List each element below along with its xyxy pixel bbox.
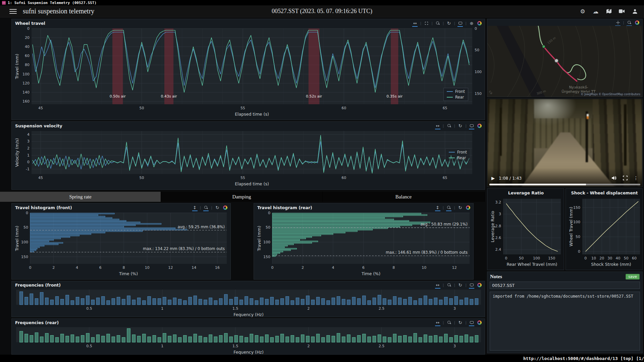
cloud-upload-icon[interactable]: ☁	[592, 8, 599, 15]
reset-icon[interactable]: ↻	[458, 123, 463, 128]
pan-icon[interactable]: ↔	[435, 282, 440, 288]
x-tick-label: 14	[192, 265, 196, 270]
frequencies-rear-chart[interactable]: 0.511.522.53Fequency (Hz)	[13, 326, 484, 354]
toolbar-separator: |	[465, 124, 467, 128]
hamburger-menu-icon[interactable]	[9, 9, 17, 14]
legend-item-rear[interactable]: Rear	[447, 95, 465, 100]
suspension-velocity-title: Suspension velocity	[15, 123, 62, 128]
y-tick-label: 150	[258, 255, 270, 259]
dashboard-main: Wheel travel ↔|||↻||⊕ 0.50s air0.43s air…	[0, 17, 644, 355]
reset-icon[interactable]: ↻	[458, 205, 463, 210]
vpan-icon[interactable]: ↕	[435, 205, 440, 210]
bokeh-logo-icon[interactable]	[634, 20, 640, 25]
travel-histogram-rear-chart[interactable]: avg.: 50.83 mm (29.1%)max.: 146.61 mm (8…	[255, 212, 472, 278]
vpan-icon[interactable]: ↕	[192, 205, 198, 210]
legend-item-rear[interactable]: Rear	[449, 156, 467, 160]
user-icon[interactable]	[631, 8, 639, 15]
save-button[interactable]: save	[626, 274, 640, 280]
x-tick-label: 2.5	[379, 306, 385, 311]
frequencies-front-chart[interactable]: 0.511.522.53Fequency (Hz)	[13, 289, 484, 316]
wheel-zoom-icon[interactable]	[435, 20, 440, 26]
trail-map[interactable]: 150 m 300 m ca Nyakaskő- Ürgehegy Helyi …	[487, 26, 642, 97]
move-icon[interactable]	[615, 20, 621, 25]
reset-icon[interactable]: ↻	[215, 205, 220, 210]
wheel-zoom-icon[interactable]	[627, 20, 632, 25]
map-place-label-1: Nyakaskő-	[569, 85, 588, 89]
toolbar-separator: |	[454, 320, 455, 325]
wheel-travel-chart[interactable]: 0.50s air0.43s air0.52s air0.35s air4550…	[13, 27, 484, 118]
bokeh-logo-icon[interactable]	[477, 320, 482, 325]
air-time-label: 0.52s air	[306, 94, 322, 99]
reset-icon[interactable]: ↻	[458, 320, 463, 325]
shock-wheel-chart[interactable]: 0102030405060050100150Shock Stroke (mm)W…	[567, 197, 641, 268]
legend-label: Rear	[455, 95, 464, 100]
volume-icon[interactable]	[611, 176, 617, 180]
right-y-tick-label: 0	[475, 26, 477, 31]
reset-icon[interactable]: ↻	[458, 282, 463, 288]
x-tick-label: 16	[215, 265, 220, 270]
frequencies-front-title: Frequencies (front)	[15, 283, 61, 288]
tab-balance[interactable]: Balance	[323, 192, 485, 202]
chart-legend[interactable]: FrontRear	[445, 148, 470, 162]
window-icon: sst	[2, 1, 6, 5]
map-icon[interactable]	[605, 8, 612, 15]
pan-icon[interactable]: ↔	[435, 123, 440, 128]
video-player[interactable]: ▶ 1:08 / 1:43 ⋮	[487, 99, 643, 187]
x-axis-title: Elapsed time (s)	[235, 181, 269, 186]
reset-icon[interactable]: ↻	[446, 20, 452, 26]
pan-icon[interactable]: ↔	[412, 20, 418, 26]
video-camera-icon[interactable]	[618, 8, 626, 15]
chart-legend[interactable]: FrontRear	[443, 88, 468, 101]
y-axis-title: Velocity (m/s)	[14, 138, 19, 167]
wheel-zoom-icon[interactable]	[446, 320, 452, 325]
video-progress-bar[interactable]	[489, 184, 640, 185]
hover-icon[interactable]	[458, 20, 463, 26]
wheel-zoom-icon[interactable]	[203, 205, 209, 210]
suspension-velocity-chart[interactable]: 455055606543210-1Elapsed time (s)Velocit…	[13, 130, 484, 188]
hover-icon[interactable]	[469, 123, 474, 128]
hover-icon[interactable]	[469, 282, 474, 288]
bokeh-logo-icon[interactable]	[222, 205, 228, 210]
video-progress-fill	[489, 184, 586, 185]
x-axis-title: Time (%)	[362, 271, 380, 276]
session-name-input[interactable]	[490, 282, 640, 289]
hover-icon[interactable]	[469, 320, 474, 325]
bokeh-logo-icon[interactable]	[477, 20, 482, 26]
wheel-zoom-icon[interactable]	[446, 205, 451, 210]
toolbar-separator: |	[454, 124, 455, 128]
x-tick-label: 3	[453, 344, 456, 348]
leverage-ratio-chart[interactable]: 0501001502.42.62.833.2Rear Wheel Travel …	[488, 197, 563, 268]
play-button[interactable]: ▶	[491, 176, 495, 181]
x-axis-title: Rear Wheel Travel (mm)	[507, 262, 557, 267]
y-axis-title: Travel (mm)	[14, 226, 19, 251]
travel-histogram-front-toolbar: ↕||↻	[192, 205, 228, 210]
map-road	[497, 26, 545, 97]
legend-item-front[interactable]: Front	[447, 89, 465, 94]
annotation-label: avg.: 59.25 mm (36.8%)	[178, 225, 225, 229]
y-tick-label: 40	[17, 45, 30, 49]
pan-icon[interactable]: ↔	[435, 320, 440, 325]
examine-icon[interactable]: ⊕	[469, 20, 474, 26]
tab-spring-rate[interactable]: Spring rate	[0, 192, 161, 202]
map-attribution[interactable]: © JawgMaps © OpenStreetMap contributors	[580, 93, 642, 96]
bokeh-logo-icon[interactable]	[465, 205, 471, 210]
x-tick-label: 8	[123, 265, 125, 270]
wheel-zoom-icon[interactable]	[446, 282, 452, 288]
kebab-menu-icon[interactable]: ⋮	[634, 175, 638, 181]
tab-damping[interactable]: Damping	[161, 192, 323, 202]
map-toolbar: |	[615, 20, 640, 25]
bokeh-logo-icon[interactable]	[477, 282, 482, 288]
gear-icon[interactable]: ⚙	[579, 8, 586, 15]
box-zoom-icon[interactable]	[424, 20, 429, 26]
legend-swatch	[449, 158, 455, 158]
bokeh-logo-icon[interactable]	[477, 123, 482, 128]
legend-item-front[interactable]: Front	[449, 150, 467, 155]
map-contour-label-1: 150 m	[547, 36, 556, 45]
map-position-marker[interactable]	[555, 59, 558, 63]
travel-histogram-front-chart[interactable]: avg.: 59.25 mm (36.8%)max.: 134.22 mm (8…	[13, 212, 229, 278]
x-tick-label: 55	[240, 176, 245, 180]
suspension-velocity-panel: Suspension velocity ↔||↻| 45505560654321…	[11, 121, 485, 190]
wheel-zoom-icon[interactable]	[446, 123, 452, 128]
fullscreen-icon[interactable]	[623, 176, 628, 180]
notes-textarea[interactable]: imported from /home/sghctoma/documents/s…	[490, 292, 640, 351]
